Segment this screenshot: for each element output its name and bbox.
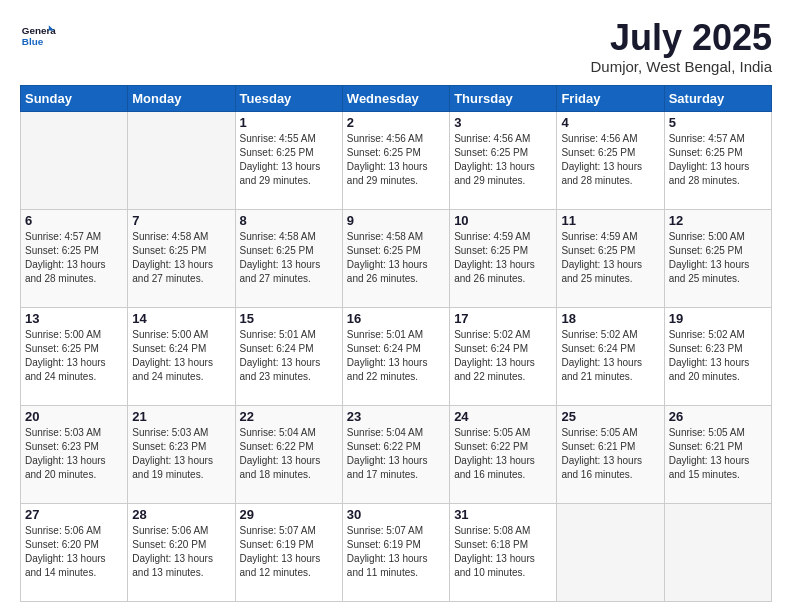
table-row: 15 Sunrise: 5:01 AM Sunset: 6:24 PM Dayl… (235, 307, 342, 405)
cell-daylight: Daylight: 13 hours and 20 minutes. (25, 455, 106, 480)
day-number: 16 (347, 311, 445, 326)
table-row: 23 Sunrise: 5:04 AM Sunset: 6:22 PM Dayl… (342, 405, 449, 503)
cell-sunset: Sunset: 6:22 PM (454, 441, 528, 452)
cell-sunrise: Sunrise: 4:57 AM (25, 231, 101, 242)
calendar-week-row: 13 Sunrise: 5:00 AM Sunset: 6:25 PM Dayl… (21, 307, 772, 405)
table-row (128, 111, 235, 209)
col-thursday: Thursday (450, 85, 557, 111)
cell-sunset: Sunset: 6:25 PM (25, 343, 99, 354)
logo-icon: General Blue (20, 18, 56, 54)
cell-sunset: Sunset: 6:22 PM (240, 441, 314, 452)
cell-daylight: Daylight: 13 hours and 14 minutes. (25, 553, 106, 578)
table-row: 30 Sunrise: 5:07 AM Sunset: 6:19 PM Dayl… (342, 503, 449, 601)
table-row: 12 Sunrise: 5:00 AM Sunset: 6:25 PM Dayl… (664, 209, 771, 307)
day-number: 8 (240, 213, 338, 228)
day-number: 22 (240, 409, 338, 424)
cell-daylight: Daylight: 13 hours and 19 minutes. (132, 455, 213, 480)
table-row: 29 Sunrise: 5:07 AM Sunset: 6:19 PM Dayl… (235, 503, 342, 601)
cell-daylight: Daylight: 13 hours and 13 minutes. (132, 553, 213, 578)
cell-sunset: Sunset: 6:19 PM (347, 539, 421, 550)
cell-sunrise: Sunrise: 5:05 AM (561, 427, 637, 438)
day-number: 14 (132, 311, 230, 326)
cell-sunset: Sunset: 6:25 PM (347, 147, 421, 158)
day-number: 15 (240, 311, 338, 326)
table-row (21, 111, 128, 209)
table-row (557, 503, 664, 601)
cell-sunrise: Sunrise: 4:58 AM (132, 231, 208, 242)
cell-sunset: Sunset: 6:23 PM (132, 441, 206, 452)
table-row: 9 Sunrise: 4:58 AM Sunset: 6:25 PM Dayli… (342, 209, 449, 307)
cell-sunset: Sunset: 6:25 PM (454, 245, 528, 256)
cell-sunrise: Sunrise: 5:08 AM (454, 525, 530, 536)
cell-sunset: Sunset: 6:20 PM (25, 539, 99, 550)
calendar-week-row: 27 Sunrise: 5:06 AM Sunset: 6:20 PM Dayl… (21, 503, 772, 601)
day-number: 30 (347, 507, 445, 522)
day-number: 3 (454, 115, 552, 130)
day-number: 25 (561, 409, 659, 424)
day-number: 7 (132, 213, 230, 228)
cell-sunrise: Sunrise: 4:56 AM (454, 133, 530, 144)
table-row: 16 Sunrise: 5:01 AM Sunset: 6:24 PM Dayl… (342, 307, 449, 405)
day-number: 18 (561, 311, 659, 326)
day-number: 5 (669, 115, 767, 130)
cell-daylight: Daylight: 13 hours and 11 minutes. (347, 553, 428, 578)
cell-daylight: Daylight: 13 hours and 28 minutes. (561, 161, 642, 186)
table-row: 13 Sunrise: 5:00 AM Sunset: 6:25 PM Dayl… (21, 307, 128, 405)
cell-daylight: Daylight: 13 hours and 16 minutes. (454, 455, 535, 480)
cell-daylight: Daylight: 13 hours and 25 minutes. (669, 259, 750, 284)
cell-sunset: Sunset: 6:25 PM (669, 147, 743, 158)
cell-sunrise: Sunrise: 4:57 AM (669, 133, 745, 144)
day-number: 31 (454, 507, 552, 522)
cell-daylight: Daylight: 13 hours and 27 minutes. (240, 259, 321, 284)
cell-sunrise: Sunrise: 5:06 AM (25, 525, 101, 536)
cell-daylight: Daylight: 13 hours and 20 minutes. (669, 357, 750, 382)
day-number: 9 (347, 213, 445, 228)
calendar-week-row: 6 Sunrise: 4:57 AM Sunset: 6:25 PM Dayli… (21, 209, 772, 307)
logo: General Blue (20, 18, 56, 54)
cell-sunset: Sunset: 6:25 PM (347, 245, 421, 256)
cell-sunset: Sunset: 6:24 PM (347, 343, 421, 354)
cell-sunrise: Sunrise: 5:02 AM (454, 329, 530, 340)
cell-sunset: Sunset: 6:23 PM (669, 343, 743, 354)
cell-sunrise: Sunrise: 5:01 AM (240, 329, 316, 340)
cell-daylight: Daylight: 13 hours and 17 minutes. (347, 455, 428, 480)
col-tuesday: Tuesday (235, 85, 342, 111)
table-row: 31 Sunrise: 5:08 AM Sunset: 6:18 PM Dayl… (450, 503, 557, 601)
cell-daylight: Daylight: 13 hours and 29 minutes. (454, 161, 535, 186)
calendar-week-row: 1 Sunrise: 4:55 AM Sunset: 6:25 PM Dayli… (21, 111, 772, 209)
cell-sunrise: Sunrise: 4:59 AM (561, 231, 637, 242)
cell-sunset: Sunset: 6:24 PM (240, 343, 314, 354)
day-number: 19 (669, 311, 767, 326)
header: General Blue July 2025 Dumjor, West Beng… (20, 18, 772, 75)
table-row: 14 Sunrise: 5:00 AM Sunset: 6:24 PM Dayl… (128, 307, 235, 405)
table-row: 10 Sunrise: 4:59 AM Sunset: 6:25 PM Dayl… (450, 209, 557, 307)
day-number: 23 (347, 409, 445, 424)
cell-sunset: Sunset: 6:24 PM (132, 343, 206, 354)
table-row: 26 Sunrise: 5:05 AM Sunset: 6:21 PM Dayl… (664, 405, 771, 503)
cell-sunset: Sunset: 6:19 PM (240, 539, 314, 550)
cell-sunset: Sunset: 6:25 PM (561, 245, 635, 256)
day-number: 11 (561, 213, 659, 228)
page: General Blue July 2025 Dumjor, West Beng… (0, 0, 792, 612)
table-row: 2 Sunrise: 4:56 AM Sunset: 6:25 PM Dayli… (342, 111, 449, 209)
day-number: 20 (25, 409, 123, 424)
day-number: 27 (25, 507, 123, 522)
cell-sunrise: Sunrise: 5:02 AM (669, 329, 745, 340)
cell-sunrise: Sunrise: 5:05 AM (454, 427, 530, 438)
day-number: 6 (25, 213, 123, 228)
table-row: 8 Sunrise: 4:58 AM Sunset: 6:25 PM Dayli… (235, 209, 342, 307)
cell-sunrise: Sunrise: 4:56 AM (561, 133, 637, 144)
cell-daylight: Daylight: 13 hours and 24 minutes. (25, 357, 106, 382)
cell-sunrise: Sunrise: 5:06 AM (132, 525, 208, 536)
col-friday: Friday (557, 85, 664, 111)
cell-sunrise: Sunrise: 4:58 AM (240, 231, 316, 242)
cell-sunrise: Sunrise: 5:00 AM (25, 329, 101, 340)
cell-daylight: Daylight: 13 hours and 29 minutes. (347, 161, 428, 186)
svg-text:Blue: Blue (22, 36, 44, 47)
cell-sunset: Sunset: 6:25 PM (240, 245, 314, 256)
table-row: 28 Sunrise: 5:06 AM Sunset: 6:20 PM Dayl… (128, 503, 235, 601)
cell-sunrise: Sunrise: 4:58 AM (347, 231, 423, 242)
table-row: 20 Sunrise: 5:03 AM Sunset: 6:23 PM Dayl… (21, 405, 128, 503)
table-row: 3 Sunrise: 4:56 AM Sunset: 6:25 PM Dayli… (450, 111, 557, 209)
cell-sunrise: Sunrise: 5:03 AM (132, 427, 208, 438)
